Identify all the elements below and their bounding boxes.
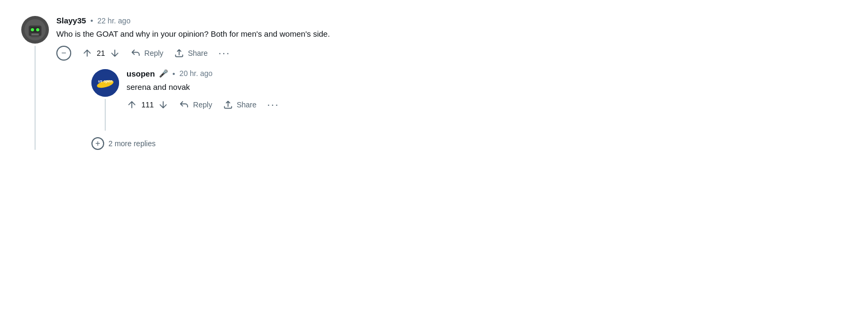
main-comment-container: Slayy35 • 22 hr. ago Who is the GOAT and… bbox=[21, 16, 500, 150]
thread-left-col bbox=[21, 16, 49, 150]
reply-icon bbox=[131, 48, 141, 58]
svg-text:us open: us open bbox=[98, 79, 113, 83]
thread-right-col: Slayy35 • 22 hr. ago Who is the GOAT and… bbox=[49, 16, 500, 150]
share-label: Share bbox=[188, 49, 207, 57]
comment-text: Who is the GOAT and why in your opinion?… bbox=[56, 28, 500, 40]
reply-vote-group: 111 bbox=[127, 99, 168, 110]
usopen-avatar-image: us open bbox=[91, 69, 119, 97]
reply-upvote-button[interactable] bbox=[127, 99, 137, 110]
svg-point-4 bbox=[36, 28, 39, 31]
more-replies-label: 2 more replies bbox=[108, 139, 156, 148]
plus-icon: + bbox=[95, 139, 100, 148]
reply-reply-button[interactable]: Reply bbox=[179, 99, 212, 110]
comment-action-bar: − 21 bbox=[56, 46, 500, 61]
reply-upvote-icon bbox=[127, 99, 137, 110]
reply-text: serena and novak bbox=[127, 81, 500, 94]
collapse-button[interactable]: − bbox=[56, 46, 71, 61]
thread-line bbox=[35, 46, 36, 150]
avatar-image bbox=[24, 19, 46, 40]
reply-reply-label: Reply bbox=[193, 100, 212, 109]
reply-label: Reply bbox=[145, 49, 164, 57]
reply-header: usopen 🎤 • 20 hr. ago bbox=[127, 69, 500, 78]
more-replies-expand-button[interactable]: + bbox=[91, 137, 104, 150]
comment-timestamp: 22 hr. ago bbox=[97, 16, 130, 25]
reply-reply-icon bbox=[179, 99, 190, 110]
reply-share-button[interactable]: Share bbox=[223, 99, 256, 110]
mic-icon: 🎤 bbox=[159, 69, 168, 78]
downvote-icon bbox=[109, 48, 120, 58]
svg-rect-6 bbox=[31, 35, 39, 37]
upvote-button[interactable] bbox=[82, 48, 92, 58]
replies-section: us open usopen 🎤 • 20 hr. ago serena and bbox=[91, 69, 500, 150]
comment-header: Slayy35 • 22 hr. ago bbox=[56, 16, 500, 25]
reply-vote-count: 111 bbox=[141, 100, 154, 109]
reply-comment: us open usopen 🎤 • 20 hr. ago serena and bbox=[91, 69, 500, 131]
share-button[interactable]: Share bbox=[174, 48, 207, 58]
reply-username: usopen bbox=[127, 69, 155, 78]
share-icon bbox=[174, 48, 184, 58]
avatar bbox=[21, 16, 49, 44]
reply-avatar: us open bbox=[91, 69, 119, 97]
reply-share-label: Share bbox=[237, 100, 256, 109]
reply-share-icon bbox=[223, 99, 233, 110]
minus-icon: − bbox=[61, 48, 66, 58]
reply-more-options-button[interactable]: ··· bbox=[267, 98, 280, 111]
reply-action-bar: 111 bbox=[127, 98, 500, 111]
reply-dot-separator: • bbox=[172, 69, 175, 78]
ellipsis-icon: ··· bbox=[218, 47, 231, 59]
reply-ellipsis-icon: ··· bbox=[267, 98, 280, 111]
reply-thread-line bbox=[105, 99, 106, 131]
vote-group: 21 bbox=[82, 48, 120, 58]
downvote-button[interactable] bbox=[109, 48, 120, 58]
svg-point-3 bbox=[31, 28, 34, 31]
upvote-icon bbox=[82, 48, 92, 58]
dot-separator: • bbox=[90, 16, 93, 25]
vote-count: 21 bbox=[97, 49, 105, 57]
svg-rect-5 bbox=[31, 33, 39, 35]
more-replies-row[interactable]: + 2 more replies bbox=[91, 137, 500, 150]
reply-downvote-icon bbox=[158, 99, 168, 110]
reply-body: usopen 🎤 • 20 hr. ago serena and novak bbox=[127, 69, 500, 131]
commenter-username: Slayy35 bbox=[56, 16, 86, 25]
reply-button[interactable]: Reply bbox=[131, 48, 164, 58]
comment-thread: Slayy35 • 22 hr. ago Who is the GOAT and… bbox=[21, 16, 500, 150]
more-options-button[interactable]: ··· bbox=[218, 47, 231, 59]
reply-downvote-button[interactable] bbox=[158, 99, 168, 110]
reply-timestamp: 20 hr. ago bbox=[180, 69, 213, 78]
